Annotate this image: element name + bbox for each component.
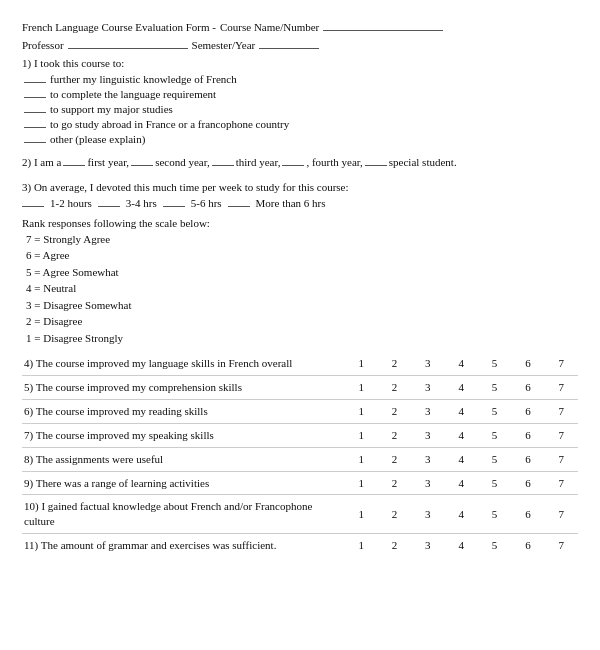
scale-item: 4 = Neutral <box>26 280 578 297</box>
scale-item: 1 = Disagree Strongly <box>26 330 578 347</box>
scale-number[interactable]: 3 <box>411 399 444 423</box>
q2-prefix: 2) I am a <box>22 153 61 173</box>
professor-field[interactable] <box>68 36 188 49</box>
scale-number[interactable]: 1 <box>344 495 377 534</box>
q2-blank4[interactable] <box>282 154 304 166</box>
scale-number[interactable]: 1 <box>344 423 377 447</box>
scale-number[interactable]: 4 <box>445 471 478 495</box>
question-text: 11) The amount of grammar and exercises … <box>22 534 344 557</box>
scale-number[interactable]: 5 <box>478 495 511 534</box>
q3-blank2[interactable] <box>98 195 120 207</box>
q3-blank3[interactable] <box>163 195 185 207</box>
scale-number[interactable]: 7 <box>545 376 578 400</box>
q1-checkbox[interactable] <box>24 131 46 143</box>
form-title: French Language Course Evaluation Form - <box>22 21 216 33</box>
scale-number[interactable]: 5 <box>478 376 511 400</box>
scale-number[interactable]: 2 <box>378 495 411 534</box>
scale-number[interactable]: 6 <box>511 352 544 375</box>
scale-number[interactable]: 2 <box>378 399 411 423</box>
professor-label: Professor <box>22 39 64 51</box>
scale-number[interactable]: 3 <box>411 376 444 400</box>
question-text: 4) The course improved my language skill… <box>22 352 344 375</box>
q1-option: further my linguistic knowledge of Frenc… <box>22 71 578 85</box>
q1-section: 1) I took this course to: further my lin… <box>22 57 578 145</box>
scale-number[interactable]: 4 <box>445 447 478 471</box>
scale-number[interactable]: 6 <box>511 399 544 423</box>
professor-line: Professor Semester/Year <box>22 36 578 51</box>
scale-number[interactable]: 3 <box>411 352 444 375</box>
q1-options: further my linguistic knowledge of Frenc… <box>22 71 578 145</box>
scale-number[interactable]: 1 <box>344 352 377 375</box>
rating-row: 5) The course improved my comprehension … <box>22 376 578 400</box>
q1-checkbox[interactable] <box>24 116 46 128</box>
scale-number[interactable]: 6 <box>511 376 544 400</box>
scale-number[interactable]: 5 <box>478 471 511 495</box>
semester-label: Semester/Year <box>192 39 256 51</box>
scale-section: Rank responses following the scale below… <box>22 217 578 347</box>
scale-number[interactable]: 5 <box>478 352 511 375</box>
scale-number[interactable]: 5 <box>478 423 511 447</box>
scale-number[interactable]: 1 <box>344 447 377 471</box>
q1-checkbox[interactable] <box>24 71 46 83</box>
q2-section: 2) I am a first year, second year, third… <box>22 153 578 173</box>
q1-checkbox[interactable] <box>24 101 46 113</box>
scale-number[interactable]: 3 <box>411 447 444 471</box>
scale-number[interactable]: 2 <box>378 471 411 495</box>
course-name-field[interactable] <box>323 18 443 31</box>
scale-number[interactable]: 4 <box>445 399 478 423</box>
scale-number[interactable]: 2 <box>378 447 411 471</box>
course-label: Course Name/Number <box>220 21 319 33</box>
question-text: 8) The assignments were useful <box>22 447 344 471</box>
scale-number[interactable]: 1 <box>344 376 377 400</box>
scale-number[interactable]: 7 <box>545 447 578 471</box>
q1-checkbox[interactable] <box>24 86 46 98</box>
q2-blank5[interactable] <box>365 154 387 166</box>
q1-option: to complete the language requirement <box>22 86 578 100</box>
scale-number[interactable]: 7 <box>545 495 578 534</box>
scale-number[interactable]: 4 <box>445 423 478 447</box>
scale-number[interactable]: 1 <box>344 471 377 495</box>
scale-number[interactable]: 7 <box>545 352 578 375</box>
scale-number[interactable]: 4 <box>445 534 478 557</box>
q3-blank1[interactable] <box>22 195 44 207</box>
scale-number[interactable]: 1 <box>344 534 377 557</box>
scale-number[interactable]: 2 <box>378 352 411 375</box>
scale-item: 6 = Agree <box>26 247 578 264</box>
scale-number[interactable]: 7 <box>545 399 578 423</box>
question-text: 9) There was a range of learning activit… <box>22 471 344 495</box>
semester-field[interactable] <box>259 36 319 49</box>
scale-number[interactable]: 3 <box>411 495 444 534</box>
scale-number[interactable]: 6 <box>511 471 544 495</box>
scale-number[interactable]: 6 <box>511 447 544 471</box>
scale-number[interactable]: 6 <box>511 423 544 447</box>
scale-number[interactable]: 2 <box>378 423 411 447</box>
scale-number[interactable]: 7 <box>545 471 578 495</box>
scale-number[interactable]: 7 <box>545 534 578 557</box>
scale-number[interactable]: 5 <box>478 534 511 557</box>
scale-number[interactable]: 2 <box>378 534 411 557</box>
question-text: 7) The course improved my speaking skill… <box>22 423 344 447</box>
q3-label: 3) On average, I devoted this much time … <box>22 181 578 193</box>
scale-number[interactable]: 4 <box>445 352 478 375</box>
scale-number[interactable]: 5 <box>478 399 511 423</box>
scale-number[interactable]: 6 <box>511 495 544 534</box>
scale-number[interactable]: 7 <box>545 423 578 447</box>
question-text: 6) The course improved my reading skills <box>22 399 344 423</box>
scale-list: 7 = Strongly Agree6 = Agree5 = Agree Som… <box>22 231 578 347</box>
q3-blank4[interactable] <box>228 195 250 207</box>
scale-number[interactable]: 4 <box>445 495 478 534</box>
scale-number[interactable]: 6 <box>511 534 544 557</box>
scale-number[interactable]: 2 <box>378 376 411 400</box>
q2-blank1[interactable] <box>63 154 85 166</box>
q2-blank3[interactable] <box>212 154 234 166</box>
scale-number[interactable]: 3 <box>411 423 444 447</box>
q2-blank2[interactable] <box>131 154 153 166</box>
scale-number[interactable]: 1 <box>344 399 377 423</box>
rating-row: 6) The course improved my reading skills… <box>22 399 578 423</box>
question-text: 10) I gained factual knowledge about Fre… <box>22 495 344 534</box>
scale-number[interactable]: 3 <box>411 471 444 495</box>
rating-row: 4) The course improved my language skill… <box>22 352 578 375</box>
scale-number[interactable]: 5 <box>478 447 511 471</box>
scale-number[interactable]: 3 <box>411 534 444 557</box>
scale-number[interactable]: 4 <box>445 376 478 400</box>
